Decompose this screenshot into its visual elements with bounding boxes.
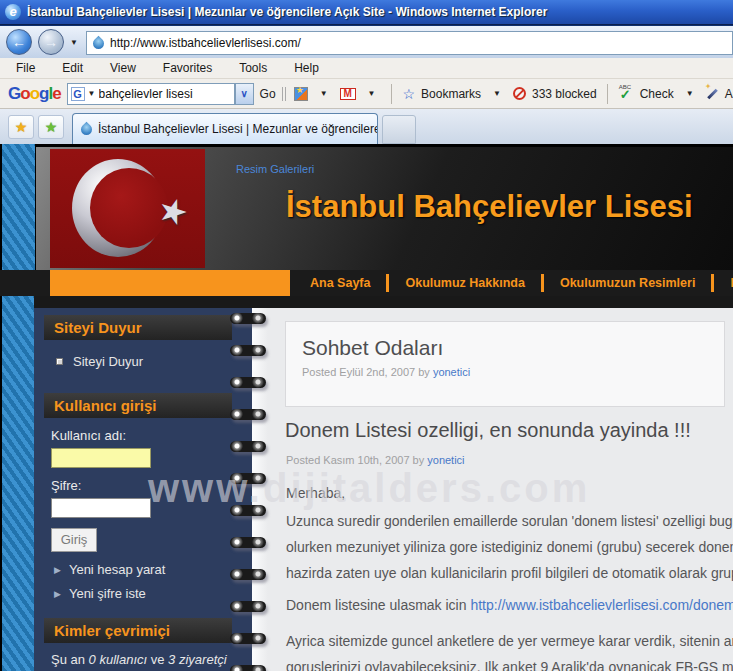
send-to-caret-icon[interactable]: ▼ bbox=[320, 89, 328, 98]
spiral-ring-icon bbox=[230, 345, 266, 356]
google-logo-letter: o bbox=[30, 84, 39, 103]
menu-edit[interactable]: Edit bbox=[62, 61, 83, 75]
post2-author-link[interactable]: yonetici bbox=[427, 454, 464, 466]
bookmarks-star-icon[interactable]: ☆ bbox=[402, 86, 415, 102]
toolbar-grip[interactable] bbox=[282, 87, 288, 101]
favorites-star-icon[interactable]: ★ bbox=[8, 115, 34, 139]
go-button[interactable]: Go bbox=[260, 87, 276, 101]
sidebar-header-announce: Siteyi Duyur bbox=[44, 315, 232, 340]
post1-author-link[interactable]: yonetici bbox=[433, 366, 470, 378]
nav-terms[interactable]: Dönemler bbox=[714, 276, 733, 290]
popup-blocker-icon[interactable] bbox=[513, 87, 526, 100]
popup-blocked-count[interactable]: 333 blocked bbox=[532, 87, 597, 101]
sidebar-header-online: Kimler çevrimiçi bbox=[44, 618, 232, 643]
menu-tools[interactable]: Tools bbox=[239, 61, 267, 75]
send-to-icon[interactable] bbox=[294, 87, 308, 101]
spiral-ring-icon bbox=[230, 601, 266, 612]
add-favorite-icon[interactable]: ★ bbox=[38, 115, 64, 139]
password-field[interactable] bbox=[51, 498, 151, 518]
term-list-line: Donem listesine ulasmak icin http://www.… bbox=[286, 592, 733, 618]
post1-posted-text: Posted Eylül 2nd, 2007 by bbox=[302, 366, 433, 378]
tab-favicon-icon bbox=[79, 121, 95, 137]
google-toolbar: Google G ▼ bahçelievler lisesi ∨ Go ▼ ▼ … bbox=[0, 79, 733, 109]
username-field[interactable] bbox=[51, 448, 151, 468]
dark-strip bbox=[34, 296, 733, 308]
google-logo-letter: e bbox=[52, 84, 60, 103]
google-logo-letter: g bbox=[39, 84, 48, 103]
spiral-ring-icon bbox=[230, 409, 266, 420]
google-logo-letter: G bbox=[8, 84, 20, 103]
google-logo: Google bbox=[8, 84, 61, 104]
browser-window: e İstanbul Bahçelievler Lisesi | Mezunla… bbox=[0, 0, 733, 671]
google-g-icon: G bbox=[71, 87, 85, 101]
watermark-text: www.dijitalders.com bbox=[148, 466, 590, 511]
toolbar-separator bbox=[607, 84, 608, 104]
page-viewport: ★ Resim Galerileri İstanbul Bahçelievler… bbox=[0, 144, 733, 671]
spiral-ring-icon bbox=[230, 313, 266, 324]
page-side-stripe bbox=[2, 144, 35, 671]
history-dropdown-icon[interactable]: ▼ bbox=[70, 38, 78, 47]
term-list-link[interactable]: http://www.istbahcelievlerlisesi.com/don… bbox=[470, 597, 733, 613]
sidebar-item-announce[interactable]: Siteyi Duyur bbox=[56, 354, 143, 369]
back-button[interactable]: ← bbox=[6, 29, 32, 55]
login-button[interactable]: Giriş bbox=[51, 528, 97, 552]
spiral-ring-icon bbox=[230, 377, 266, 388]
spellcheck-icon[interactable] bbox=[618, 86, 634, 102]
bookmarks-button[interactable]: Bookmarks bbox=[421, 87, 481, 101]
new-password-link[interactable]: Yeni şifre iste bbox=[69, 586, 146, 601]
search-dropdown-button[interactable]: ∨ bbox=[235, 83, 254, 105]
site-favicon-icon bbox=[91, 35, 107, 51]
nav-home[interactable]: Ana Sayfa bbox=[294, 276, 386, 290]
term-list-prefix: Donem listesine ulasmak icin bbox=[286, 597, 470, 613]
forward-button[interactable]: → bbox=[38, 29, 64, 55]
spiral-ring-icon bbox=[230, 537, 266, 548]
nav-about[interactable]: Okulumuz Hakkında bbox=[389, 276, 540, 290]
post2-posted-text: Posted Kasım 10th, 2007 by bbox=[286, 454, 427, 466]
nav-pictures[interactable]: Okulumuzun Resimleri bbox=[544, 276, 711, 290]
gmail-icon[interactable] bbox=[340, 88, 356, 100]
site-header: ★ Resim Galerileri İstanbul Bahçelievler… bbox=[36, 147, 733, 270]
search-options-caret-icon[interactable]: ▼ bbox=[88, 89, 96, 98]
new-account-link[interactable]: Yeni hesap yarat bbox=[69, 562, 165, 577]
site-title: İstanbul Bahçelievler Lisesi bbox=[286, 189, 693, 225]
menu-help[interactable]: Help bbox=[294, 61, 319, 75]
active-tab[interactable]: İstanbul Bahçelievler Lisesi | Mezunlar … bbox=[72, 113, 378, 144]
new-password-row[interactable]: ▶ Yeni şifre iste bbox=[54, 586, 146, 601]
tab-bar: ★ ★ İstanbul Bahçelievler Lisesi | Mezun… bbox=[0, 109, 733, 144]
paragraph-line: Ayrica sitemizde guncel anketlere de yer… bbox=[286, 628, 733, 654]
new-account-row[interactable]: ▶ Yeni hesap yarat bbox=[54, 562, 165, 577]
turkish-flag-image: ★ bbox=[50, 149, 205, 268]
window-title: İstanbul Bahçelievler Lisesi | Mezunlar … bbox=[27, 5, 547, 19]
paragraph-line: goruslerinizi oylayabileceksiniz. Ilk an… bbox=[286, 654, 733, 671]
search-query-text[interactable]: bahçelievler lisesi bbox=[99, 87, 193, 101]
new-tab-button[interactable] bbox=[382, 115, 416, 144]
arrow-bullet-icon: ▶ bbox=[54, 565, 61, 575]
post1-posted-line: Posted Eylül 2nd, 2007 by yonetici bbox=[302, 366, 724, 378]
announce-link[interactable]: Siteyi Duyur bbox=[73, 354, 143, 369]
url-text[interactable]: http://www.istbahcelievlerlisesi.com/ bbox=[110, 36, 301, 50]
toolbar-separator bbox=[391, 84, 392, 104]
menu-view[interactable]: View bbox=[110, 61, 136, 75]
address-bar[interactable]: http://www.istbahcelievlerlisesi.com/ bbox=[86, 31, 733, 55]
tab-title[interactable]: İstanbul Bahçelievler Lisesi | Mezunlar … bbox=[98, 122, 377, 136]
arrow-bullet-icon: ▶ bbox=[54, 589, 61, 599]
gmail-caret-icon[interactable]: ▼ bbox=[368, 89, 376, 98]
password-label: Şifre: bbox=[51, 478, 81, 493]
paragraph-line: hazirda zaten uye olan kullanicilarin pr… bbox=[286, 560, 733, 586]
check-caret-icon[interactable]: ▼ bbox=[686, 89, 694, 98]
bullet-icon bbox=[56, 358, 63, 365]
post-card: Sohbet Odaları Posted Eylül 2nd, 2007 by… bbox=[285, 321, 725, 407]
site-nav-bar: Ana Sayfa Okulumuz Hakkında Okulumuzun R… bbox=[0, 270, 733, 296]
online-guests-count: 3 ziyaretçi bbox=[168, 652, 227, 667]
menu-file[interactable]: File bbox=[16, 61, 35, 75]
menu-favorites[interactable]: Favorites bbox=[163, 61, 212, 75]
check-button[interactable]: Check bbox=[640, 87, 674, 101]
spiral-ring-icon bbox=[230, 441, 266, 452]
online-prefix: Şu an bbox=[51, 652, 89, 667]
google-search-input[interactable]: G ▼ bahçelievler lisesi bbox=[67, 83, 235, 105]
nav-orange-block bbox=[50, 270, 290, 296]
bookmarks-caret-icon[interactable]: ▼ bbox=[493, 89, 501, 98]
gallery-link[interactable]: Resim Galerileri bbox=[236, 163, 314, 175]
autolink-wand-icon[interactable] bbox=[706, 87, 719, 100]
autolink-button[interactable]: AutoLink bbox=[725, 87, 733, 101]
